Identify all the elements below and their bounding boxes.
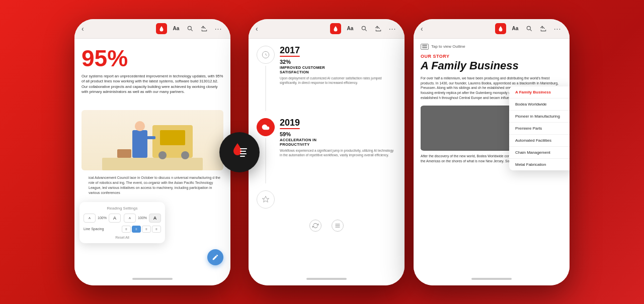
outline-item-automated[interactable]: Automated Facilities	[509, 135, 570, 147]
phone2-font-icon[interactable]: Aa	[345, 24, 355, 34]
svg-rect-2	[102, 158, 203, 170]
phone3-droplet-icon	[498, 26, 504, 32]
svg-point-6	[181, 151, 189, 159]
phone2-droplet-icon-btn[interactable]	[330, 23, 341, 34]
timeline-stat-label-2019: ACCELERATION INPRODUCTIVITY	[280, 138, 396, 147]
phone3-top-bar: ‹ Aa ···	[414, 19, 570, 39]
timeline-circle-1	[257, 46, 275, 64]
spacing-medium-btn[interactable]: ≡	[132, 226, 141, 233]
phone1-bottom-bar	[74, 272, 230, 285]
timeline-line-2	[265, 138, 266, 183]
svg-rect-11	[240, 148, 247, 149]
timeline-body-2017: 2017 32% IMPROVED CUSTOMERSATISFACTION U…	[280, 46, 396, 111]
story-title: A Family Business	[421, 60, 562, 72]
outline-item-metal[interactable]: Metal Fabrication	[509, 159, 570, 170]
phone2-top-bar: ‹ Aa ···	[249, 19, 405, 39]
font-small-btn[interactable]: A	[84, 214, 96, 223]
spacing-wide-btn[interactable]: ≡	[142, 226, 151, 233]
more-icon[interactable]: ···	[213, 24, 223, 34]
phone1-home-bar	[132, 278, 173, 280]
svg-rect-13	[240, 153, 247, 154]
timeline-stat-label-2017: IMPROVED CUSTOMERSATISFACTION	[280, 65, 396, 74]
share-icon[interactable]	[199, 24, 209, 34]
svg-rect-12	[240, 151, 246, 152]
svg-point-15	[362, 26, 365, 30]
svg-point-0	[188, 26, 191, 30]
bold-controls: A 100% A	[124, 214, 161, 223]
line-spacing-row: Line Spacing ≡ ≡ ≡ ≡	[84, 226, 161, 233]
edit-icon	[212, 254, 219, 261]
reading-settings-font-row: A 100% A A 100% A	[84, 214, 161, 223]
svg-rect-7	[132, 130, 147, 158]
outline-hint-text: Tap to view Outline	[431, 44, 465, 49]
outline-hint[interactable]: Tap to view Outline	[421, 44, 562, 50]
timeline-circle-3	[257, 190, 275, 209]
svg-point-8	[135, 121, 145, 131]
timeline-year-2019: 2019	[280, 118, 396, 127]
center-icon-circle	[219, 132, 260, 172]
reset-all-btn[interactable]: Reset All	[84, 236, 161, 239]
refresh-icon-btn[interactable]	[309, 220, 321, 232]
outline-item-premiere-parts[interactable]: Premiere Parts	[509, 123, 570, 135]
phone3-bottom-bar	[414, 272, 570, 285]
timeline-year-2017: 2017	[280, 46, 396, 55]
phone2-back-button[interactable]: ‹	[256, 25, 258, 33]
timeline-desc-2017: Upon deployment of customized AI custome…	[280, 76, 396, 85]
svg-line-24	[530, 29, 531, 31]
outline-item-chain-management[interactable]: Chain Management	[509, 147, 570, 159]
bold-large-btn[interactable]: A	[149, 214, 161, 223]
phone2-home-bar	[306, 278, 347, 280]
phone1-content: 95% Our systems report an unprecedented …	[74, 39, 230, 272]
svg-rect-4	[160, 130, 185, 145]
spacing-medium-icon: ≡	[135, 228, 137, 231]
spacing-xwide-btn[interactable]: ≡	[152, 226, 161, 233]
table-of-contents-btn[interactable]	[332, 220, 344, 232]
outline-item-pioneer[interactable]: Pioneer in Manufacturing	[509, 111, 570, 123]
search-icon[interactable]	[185, 24, 195, 34]
phone1-body-text2: ical Advancement Council lace in October…	[82, 175, 223, 196]
phone1-body-text: Our systems report an unprecedented impr…	[82, 74, 223, 95]
phone3-search-icon[interactable]	[524, 24, 534, 34]
center-icon-overlay	[219, 132, 260, 172]
outline-line-3	[422, 47, 427, 48]
svg-line-1	[191, 29, 192, 31]
svg-rect-10	[117, 149, 131, 158]
badge-icon	[262, 195, 270, 204]
refresh-icon	[312, 223, 318, 229]
droplet-icon	[158, 26, 165, 32]
fab-button[interactable]	[207, 249, 223, 265]
phone-3: ‹ Aa ··· Tap to view Outline OUR ST	[414, 19, 570, 285]
svg-rect-9	[146, 136, 155, 139]
outline-dropdown: A Family Business Bodea Worldwide Pionee…	[509, 86, 570, 170]
phone2-nav-left: ‹	[256, 25, 258, 33]
bold-small-btn[interactable]: A	[124, 214, 136, 223]
phone1-stat-percent: 95%	[82, 47, 223, 70]
phone2-content: 2017 32% IMPROVED CUSTOMERSATISFACTION U…	[249, 39, 405, 272]
phone3-droplet-icon-btn[interactable]	[495, 23, 506, 34]
reading-settings-panel: Reading Settings A 100% A A 100% A Line …	[79, 202, 165, 243]
outline-item-bodea-worldwide[interactable]: Bodea Worldwide	[509, 98, 570, 111]
phone1-back-button[interactable]: ‹	[82, 25, 84, 33]
phone3-more-icon[interactable]: ···	[552, 24, 562, 34]
phone3-share-icon[interactable]	[538, 24, 548, 34]
phone1-top-bar: ‹ Aa ···	[74, 19, 230, 39]
outline-line-2	[422, 46, 427, 47]
timeline-item-extra	[257, 190, 396, 209]
font-large-btn[interactable]: A	[109, 214, 121, 223]
font-size-controls: A 100% A	[84, 214, 121, 223]
phone3-font-icon[interactable]: Aa	[510, 24, 520, 34]
phone3-back-button[interactable]: ‹	[421, 25, 423, 33]
spacing-tight-btn[interactable]: ≡	[122, 226, 131, 233]
phone2-search-icon[interactable]	[359, 24, 369, 34]
outline-item-family-business[interactable]: A Family Business	[509, 86, 570, 98]
droplet-icon-btn[interactable]	[156, 23, 167, 34]
timeline-body-2019: 2019 59% ACCELERATION INPRODUCTIVITY Wor…	[280, 118, 396, 183]
phone2-more-icon[interactable]: ···	[387, 24, 397, 34]
phone2-droplet-icon	[333, 26, 339, 32]
timeline-desc-2019: Workflows experienced a significant jump…	[280, 148, 396, 157]
phone2-share-icon[interactable]	[373, 24, 383, 34]
svg-rect-14	[240, 156, 245, 157]
phone-2: ‹ Aa ···	[249, 19, 405, 285]
font-icon[interactable]: Aa	[171, 24, 181, 34]
timeline-year-line-2019	[280, 128, 300, 130]
